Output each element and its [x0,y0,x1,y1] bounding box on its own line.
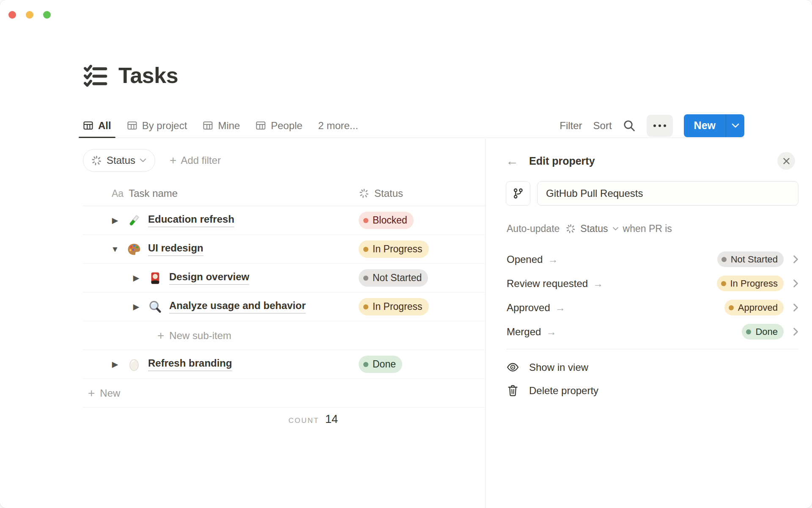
status-badge: Not Started [717,251,784,267]
chevron-right-icon [793,255,798,264]
egg-icon [126,357,142,372]
mapping-row-review-requested[interactable]: Review requested → In Progress [507,271,798,295]
status-cell[interactable]: Not Started [359,264,428,292]
new-button-group: New [684,114,744,137]
status-cell[interactable]: Blocked [359,206,414,235]
status-badge: In Progress [359,298,429,315]
expand-toggle-icon[interactable]: ▶ [110,359,120,369]
tab-more-views[interactable]: 2 more... [314,113,362,138]
tab-all[interactable]: All [79,113,115,138]
arrow-right-icon: → [546,326,556,338]
property-name-input[interactable] [537,181,798,206]
table-icon [83,120,93,131]
chevron-right-icon [793,279,798,288]
status-cell[interactable]: In Progress [359,293,429,321]
status-cell[interactable]: In Progress [359,235,429,263]
eye-icon [507,361,519,373]
new-button[interactable]: New [684,114,726,137]
chevron-down-icon[interactable] [612,227,619,231]
table-row: ▶ Refresh branding Done [83,350,485,379]
expand-toggle-icon[interactable]: ▶ [131,302,141,312]
task-title-link[interactable]: Education refresh [148,213,234,227]
arrow-right-icon: → [555,302,565,314]
close-panel-button[interactable] [777,152,795,170]
filter-button[interactable]: Filter [560,120,582,132]
column-header-task-name[interactable]: Aa Task name [112,181,178,206]
checklist-icon [83,63,107,88]
status-badge: Done [742,324,784,340]
table-row: ▼ UI redesign [83,235,485,264]
arrow-right-icon: → [593,278,603,290]
task-title-link[interactable]: Design overview [169,271,249,285]
back-arrow-icon[interactable]: ← [506,154,518,168]
chevron-down-icon [140,158,146,163]
column-header-status[interactable]: Status [359,181,403,206]
property-icon-button[interactable] [506,181,530,206]
status-badge: Not Started [359,269,428,287]
plus-icon: + [170,155,176,166]
more-options-button[interactable] [647,115,673,137]
table-row: ▶ Education refresh Blocked [83,206,485,235]
chevron-right-icon [793,303,798,312]
count-value: 14 [325,413,338,426]
status-filter-chip[interactable]: Status [83,149,155,172]
new-sub-item-button[interactable]: + New sub-item [83,321,485,350]
view-toolbar: Filter Sort New [560,113,744,138]
collapse-toggle-icon[interactable]: ▼ [110,245,120,254]
status-spinner-icon [565,224,576,234]
task-title-link[interactable]: Refresh branding [148,357,232,371]
search-icon[interactable] [623,119,636,132]
status-badge: In Progress [359,240,429,258]
status-badge: In Progress [717,276,784,291]
tab-people[interactable]: People [251,113,307,138]
count-label[interactable]: COUNT [288,417,319,425]
mapping-row-merged[interactable]: Merged → Done [507,320,798,344]
auto-update-property-select[interactable]: Status [580,223,608,235]
page-header: Tasks [83,63,178,88]
test-tube-icon [126,213,142,228]
new-row-button[interactable]: + New [83,379,485,408]
ellipsis-icon [653,124,656,127]
arrow-right-icon: → [548,254,558,265]
status-cell[interactable]: Done [359,350,402,378]
status-spinner-icon [359,188,370,199]
trash-icon [507,384,519,397]
tab-mine[interactable]: Mine [198,113,244,138]
close-window-button[interactable] [8,11,16,19]
status-badge: Approved [724,300,784,315]
show-in-view-button[interactable]: Show in view [507,356,798,379]
expand-toggle-icon[interactable]: ▶ [131,273,141,283]
status-dot [721,281,726,286]
task-title-link[interactable]: Analyze usage and behavior [169,300,306,314]
expand-toggle-icon[interactable]: ▶ [110,215,120,225]
text-property-icon: Aa [112,188,123,199]
status-dot [363,362,368,367]
view-tab-bar: All By project Mine People 2 more... Fil… [83,113,744,138]
mapping-row-opened[interactable]: Opened → Not Started [507,247,798,271]
sort-button[interactable]: Sort [593,120,612,132]
status-spinner-icon [91,155,102,166]
chevron-down-icon [732,123,739,128]
minimize-window-button[interactable] [26,11,33,19]
plus-icon: + [88,387,95,399]
table-icon [127,120,137,131]
new-dropdown-button[interactable] [726,114,744,137]
table-icon [203,120,213,131]
table-body: ▶ Education refresh Blocked [83,206,485,408]
panel-header: ← Edit property [506,149,798,173]
zoom-window-button[interactable] [43,11,51,19]
delete-property-button[interactable]: Delete property [507,379,798,402]
plus-icon: + [157,330,164,342]
close-icon [783,157,790,165]
mapping-row-approved[interactable]: Approved → Approved [507,295,798,320]
table-header: Aa Task name Status [83,181,485,206]
task-title-link[interactable]: UI redesign [148,242,203,256]
status-dot [363,276,368,281]
window-controls [8,11,51,19]
tab-by-project[interactable]: By project [123,113,192,138]
page-title: Tasks [118,63,178,88]
palette-icon [126,242,142,257]
status-dot [363,218,368,223]
add-filter-button[interactable]: + Add filter [170,155,221,166]
status-dot [721,257,727,262]
